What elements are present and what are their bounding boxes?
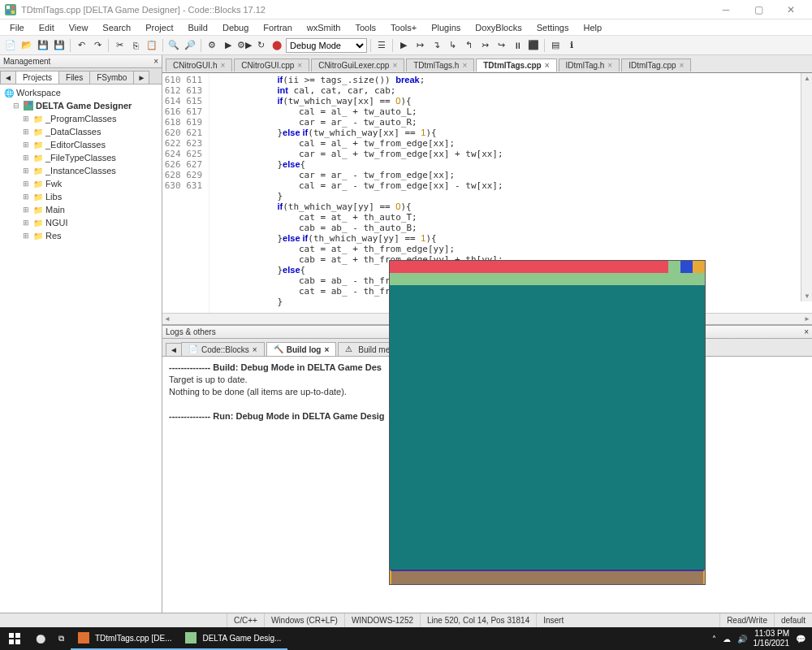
build-icon[interactable]: ⚙ <box>205 38 219 53</box>
menu-file[interactable]: File <box>3 21 31 34</box>
taskbar-app[interactable]: TDtmlTags.cpp [DE... <box>71 627 178 650</box>
run-to-cursor-icon[interactable]: ↦ <box>412 38 427 53</box>
build-target-select[interactable]: Debug Mode <box>286 38 367 53</box>
menu-view[interactable]: View <box>63 21 95 34</box>
tree-folder[interactable]: ⊞📁_InstanceClasses <box>2 164 160 177</box>
menu-fortran[interactable]: Fortran <box>257 21 298 34</box>
save-icon[interactable]: 💾 <box>36 38 50 53</box>
paste-icon[interactable]: 📋 <box>145 38 159 53</box>
expand-icon[interactable]: ⊞ <box>21 219 31 227</box>
logs-close-icon[interactable]: × <box>804 327 809 336</box>
tray-cloud-icon[interactable]: ☁ <box>723 635 731 644</box>
tree-folder[interactable]: ⊞📁Libs <box>2 190 160 203</box>
tree-folder[interactable]: ⊞📁Fwk <box>2 177 160 190</box>
tree-folder[interactable]: ⊞📁_ProgramClasses <box>2 112 160 125</box>
expand-icon[interactable]: ⊞ <box>21 167 31 175</box>
tab-files[interactable]: Files <box>58 71 90 84</box>
editor-tab[interactable]: CNitroGUI.cpp× <box>234 58 309 72</box>
running-app-window[interactable] <box>389 260 706 585</box>
project-tree[interactable]: 🌐Workspace ⊟DELTA Game Designer ⊞📁_Progr… <box>0 84 162 613</box>
step-out-icon[interactable]: ↰ <box>461 38 476 53</box>
expand-icon[interactable]: ⊞ <box>21 206 31 214</box>
start-button[interactable] <box>0 627 29 650</box>
close-icon[interactable]: × <box>220 61 225 70</box>
tray-chevron-icon[interactable]: ˄ <box>712 635 716 644</box>
abort-icon[interactable]: ⬤ <box>270 38 284 53</box>
menu-settings[interactable]: Settings <box>530 21 576 34</box>
step-into-instr-icon[interactable]: ↪ <box>494 38 508 53</box>
open-icon[interactable]: 📂 <box>19 38 34 53</box>
menu-tools+[interactable]: Tools+ <box>384 21 423 34</box>
expand-icon[interactable]: ⊞ <box>21 141 31 149</box>
break-icon[interactable]: ⏸ <box>510 38 525 53</box>
editor-tab[interactable]: TDtmlTags.cpp× <box>476 58 556 72</box>
close-icon[interactable]: × <box>253 345 257 354</box>
taskbar-app[interactable]: DELTA Game Desig... <box>178 627 287 650</box>
clock[interactable]: 11:03 PM 1/16/2021 <box>754 629 790 648</box>
menu-help[interactable]: Help <box>577 21 608 34</box>
task-view-button[interactable]: ⧉ <box>52 627 71 650</box>
close-icon[interactable]: × <box>545 61 550 70</box>
rebuild-icon[interactable]: ↻ <box>253 38 268 53</box>
cut-icon[interactable]: ✂ <box>112 38 127 53</box>
menu-doxyblocks[interactable]: DoxyBlocks <box>469 21 528 34</box>
info-icon[interactable]: ℹ <box>564 38 579 53</box>
search-button[interactable]: ⚪ <box>29 627 52 650</box>
tab-codeblocks[interactable]: 📄Code::Blocks× <box>181 342 265 356</box>
editor-tab[interactable]: CNitroGUI.h× <box>166 58 232 72</box>
stop-icon[interactable]: ⬛ <box>526 38 541 53</box>
copy-icon[interactable]: ⎘ <box>128 38 143 53</box>
next-line-icon[interactable]: ↴ <box>429 38 443 53</box>
debug-continue-icon[interactable]: ▶ <box>396 38 411 53</box>
expand-icon[interactable]: ⊞ <box>21 193 31 201</box>
save-all-icon[interactable]: 💾 <box>52 38 67 53</box>
maximize-button[interactable]: ▢ <box>742 1 775 19</box>
app-content[interactable] <box>390 286 705 570</box>
tab-scroll-right-icon[interactable]: ► <box>133 71 149 84</box>
tray-volume-icon[interactable]: 🔊 <box>737 635 747 644</box>
minimize-button[interactable]: ─ <box>710 1 742 19</box>
expand-icon[interactable]: ⊞ <box>21 128 31 136</box>
redo-icon[interactable]: ↷ <box>90 38 105 53</box>
tree-folder[interactable]: ⊞📁_EditorClasses <box>2 138 160 151</box>
tree-project[interactable]: ⊟DELTA Game Designer <box>2 99 160 112</box>
tree-folder[interactable]: ⊞📁_FileTypeClasses <box>2 151 160 164</box>
tray-notifications-icon[interactable]: 💬 <box>796 635 806 644</box>
menu-debug[interactable]: Debug <box>216 21 255 34</box>
editor-tab[interactable]: IDtmlTag.cpp× <box>621 58 691 72</box>
menu-wxsmith[interactable]: wxSmith <box>300 21 348 34</box>
close-icon[interactable]: × <box>392 61 397 70</box>
tree-folder[interactable]: ⊞📁NGUI <box>2 216 160 229</box>
system-tray[interactable]: ˄ ☁ 🔊 11:03 PM 1/16/2021 💬 <box>706 629 813 648</box>
tab-fsymbols[interactable]: FSymbo <box>89 71 134 84</box>
close-button[interactable]: ✕ <box>775 1 807 19</box>
tab-scroll-left-icon[interactable]: ◄ <box>0 71 16 84</box>
tree-folder[interactable]: ⊞📁_DataClasses <box>2 125 160 138</box>
editor-tab[interactable]: TDtmlTags.h× <box>406 58 474 72</box>
expand-icon[interactable]: ⊞ <box>21 180 31 188</box>
close-icon[interactable]: × <box>607 61 612 70</box>
expand-icon[interactable]: ⊞ <box>21 232 31 240</box>
menu-search[interactable]: Search <box>96 21 137 34</box>
editor-tab[interactable]: CNitroGuiLexer.cpp× <box>311 58 404 72</box>
menu-tools[interactable]: Tools <box>348 21 382 34</box>
menu-plugins[interactable]: Plugins <box>425 21 467 34</box>
tree-folder[interactable]: ⊞📁Main <box>2 203 160 216</box>
tree-workspace[interactable]: 🌐Workspace <box>2 86 160 99</box>
find-icon[interactable]: 🔍 <box>166 38 181 53</box>
close-icon[interactable]: × <box>462 61 467 70</box>
build-run-icon[interactable]: ⚙▶ <box>237 38 252 53</box>
close-icon[interactable]: × <box>297 61 302 70</box>
menu-build[interactable]: Build <box>181 21 214 34</box>
debug-windows-icon[interactable]: ▤ <box>548 38 563 53</box>
app-titlebar[interactable] <box>390 261 705 273</box>
expand-icon[interactable]: ⊞ <box>21 154 31 162</box>
run-icon[interactable]: ▶ <box>221 38 235 53</box>
editor-tab[interactable]: IDtmlTag.h× <box>559 58 620 72</box>
new-file-icon[interactable]: 📄 <box>3 38 18 53</box>
logtab-scroll-left-icon[interactable]: ◄ <box>166 343 182 356</box>
tab-build-log[interactable]: 🔨Build log× <box>266 342 337 356</box>
close-icon[interactable]: × <box>680 61 685 70</box>
tree-folder[interactable]: ⊞📁Res <box>2 229 160 242</box>
next-instr-icon[interactable]: ↣ <box>477 38 492 53</box>
